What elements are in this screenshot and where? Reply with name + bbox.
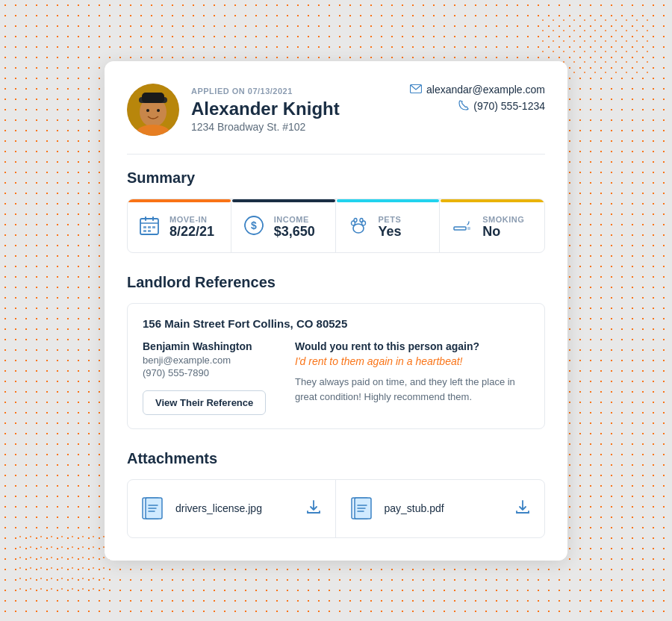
references-title: Landlord References (127, 274, 545, 291)
dollar-icon: $ (243, 214, 265, 240)
smoking-value: No (482, 224, 524, 240)
ref-right: Would you rent to this person again? I'd… (295, 340, 529, 415)
svg-rect-12 (148, 226, 151, 228)
email-value: alexandar@example.com (426, 84, 545, 96)
applicant-header: APPLIED ON 07/13/2021 Alexander Knight 1… (127, 84, 545, 136)
decorative-dots-bottom-left (15, 531, 105, 591)
svg-rect-10 (152, 216, 154, 221)
ref-landlord-email: benji@example.com (143, 355, 277, 366)
header-info: APPLIED ON 07/13/2021 Alexander Knight 1… (191, 87, 340, 133)
income-value: $3,650 (274, 224, 315, 240)
attachment-item-0: drivers_license.jpg (128, 480, 336, 537)
svg-rect-13 (152, 226, 155, 228)
phone-contact: (970) 555-1234 (458, 100, 545, 113)
header-right: alexandar@example.com (970) 555-1234 (410, 84, 545, 113)
summary-grid: MOVE-IN 8/22/21 $ INCOME (127, 199, 545, 253)
svg-rect-23 (454, 227, 466, 230)
attachment-name-1: pay_stub.pdf (385, 502, 444, 514)
summary-title: Summary (127, 169, 545, 187)
bar-cyan (337, 199, 440, 202)
summary-income: $ INCOME $3,650 (232, 199, 336, 252)
move-in-value: 8/22/21 (169, 224, 214, 240)
applicant-address: 1234 Broadway St. #102 (191, 121, 340, 133)
move-in-label: MOVE-IN (169, 215, 214, 224)
attachment-name-0: drivers_license.jpg (175, 502, 262, 514)
smoking-label: SMOKING (482, 215, 524, 224)
summary-section: Summary (127, 169, 545, 253)
phone-icon (458, 100, 469, 113)
attachments-section: Attachments drivers_license.jpg (127, 450, 545, 538)
reference-box: 156 Main Street Fort Collins, CO 80525 B… (127, 303, 545, 429)
paw-icon (347, 214, 370, 240)
ref-left: Benjamin Washington benji@example.com (9… (143, 340, 277, 415)
download-icon-0[interactable] (305, 499, 322, 519)
avatar (127, 84, 179, 136)
ref-description: They always paid on time, and they left … (295, 375, 529, 406)
svg-point-5 (157, 109, 160, 112)
svg-rect-24 (467, 227, 470, 230)
header-divider (127, 154, 545, 155)
svg-text:$: $ (251, 219, 257, 231)
ref-landlord-name: Benjamin Washington (143, 340, 277, 352)
header-left: APPLIED ON 07/13/2021 Alexander Knight 1… (127, 84, 340, 136)
bar-orange (128, 199, 231, 202)
pets-value: Yes (379, 224, 402, 240)
applied-date: APPLIED ON 07/13/2021 (191, 87, 340, 96)
attachments-title: Attachments (127, 450, 545, 467)
smoking-icon (451, 214, 473, 240)
attachment-left-1: pay_stub.pdf (350, 492, 444, 525)
ref-body: Benjamin Washington benji@example.com (9… (143, 340, 529, 415)
document-icon-1 (350, 492, 376, 525)
income-label: INCOME (274, 215, 315, 224)
ref-answer: I'd rent to them again in a heartbeat! (295, 355, 529, 367)
svg-point-22 (360, 218, 363, 222)
attachments-grid: drivers_license.jpg (127, 479, 545, 538)
svg-point-4 (146, 109, 149, 112)
attachment-item-1: pay_stub.pdf (337, 480, 545, 537)
email-icon (410, 84, 422, 96)
svg-rect-15 (148, 230, 151, 232)
svg-point-21 (354, 218, 357, 222)
phone-value: (970) 555-1234 (473, 100, 545, 112)
svg-rect-11 (143, 226, 146, 228)
download-icon-1[interactable] (514, 499, 531, 519)
svg-rect-14 (143, 230, 146, 232)
ref-question: Would you rent to this person again? (295, 340, 529, 352)
bar-yellow (441, 199, 544, 202)
attachment-left-0: drivers_license.jpg (141, 492, 262, 525)
document-icon-0 (141, 492, 167, 525)
summary-move-in: MOVE-IN 8/22/21 (128, 199, 231, 252)
ref-landlord-phone: (970) 555-7890 (143, 367, 277, 378)
email-contact: alexandar@example.com (410, 84, 545, 96)
landlord-references-section: Landlord References 156 Main Street Fort… (127, 274, 545, 429)
ref-address: 156 Main Street Fort Collins, CO 80525 (143, 317, 529, 330)
svg-rect-3 (142, 93, 164, 103)
bar-navy (232, 199, 335, 202)
calendar-icon (138, 214, 161, 240)
summary-pets: PETS Yes (337, 199, 441, 252)
view-reference-button[interactable]: View Their Reference (143, 390, 266, 415)
applicant-name: Alexander Knight (191, 99, 340, 119)
svg-rect-9 (145, 216, 146, 221)
applicant-card: APPLIED ON 07/13/2021 Alexander Knight 1… (105, 61, 567, 561)
summary-smoking: SMOKING No (441, 199, 544, 252)
pets-label: PETS (379, 215, 402, 224)
